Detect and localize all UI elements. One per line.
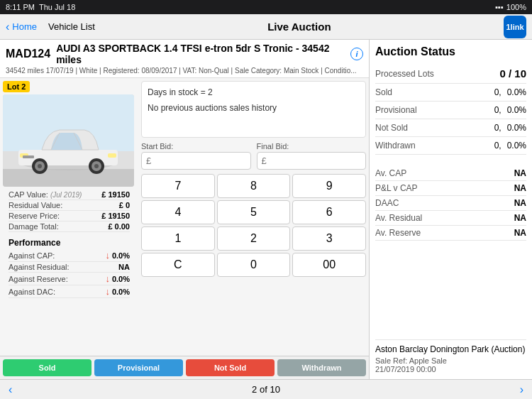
numpad-btn-C[interactable]: C [141, 253, 215, 277]
perf-cap-label: Against CAP: [9, 251, 55, 260]
status-values: 0, 0.0% [494, 123, 526, 133]
numpad-btn-1[interactable]: 1 [141, 226, 215, 251]
processed-value: 0 / 10 [499, 67, 526, 80]
numpad-btn-3[interactable]: 3 [292, 226, 366, 251]
residual-label: Residual Value: [9, 201, 62, 209]
metrics-section: Av. CAP NA P&L v CAP NA DAAC NA Av. Resi… [375, 166, 526, 241]
status-bar-right: ▪︎▪︎▪︎ 100% [495, 3, 526, 11]
reserve-value-row: Reserve Price: £ 19150 [9, 211, 130, 222]
footer-venue: Aston Barclay Donington Park (Auction) [375, 344, 526, 354]
footer-sale-ref: Sale Ref: Apple Sale [375, 356, 526, 365]
status-row-not-sold: Not Sold 0, 0.0% [375, 119, 526, 137]
reserve-label: Reserve Price: [9, 212, 60, 220]
withdrawn-button[interactable]: Withdrawn [277, 359, 366, 376]
svg-point-14 [94, 164, 99, 168]
auction-footer: Aston Barclay Donington Park (Auction) S… [375, 339, 526, 373]
metric-row-p&l-v-cap: P&L v CAP NA [375, 181, 526, 196]
status-values: 0, 0.0% [494, 87, 526, 97]
status-time: 8:11 PM [6, 3, 35, 11]
residual-value: £ 0 [119, 201, 130, 209]
info-icon[interactable]: i [350, 48, 363, 60]
middle-section: Days in stock = 2 No previous auctions s… [138, 78, 369, 356]
app-logo: 1link [504, 16, 526, 38]
svg-rect-8 [108, 153, 116, 158]
performance-title: Performance [9, 238, 130, 248]
metric-value: NA [514, 228, 526, 238]
next-button[interactable]: › [520, 383, 523, 396]
status-row-sold: Sold 0, 0.0% [375, 84, 526, 102]
prev-button[interactable]: ‹ [9, 383, 12, 396]
reserve-value: £ 19150 [101, 212, 130, 220]
cap-date: (Jul 2019) [50, 191, 82, 199]
start-bid-input[interactable] [141, 152, 251, 170]
perf-residual-label: Against Residual: [9, 263, 70, 271]
vehicle-details: 34542 miles 17/07/19 | White | Registere… [6, 67, 363, 75]
vehicle-image [3, 94, 134, 187]
numpad-btn-0[interactable]: 0 [217, 253, 291, 277]
status-count: 0, [494, 105, 501, 115]
wifi-icon: ▪︎▪︎▪︎ [495, 3, 504, 11]
bid-row: Start Bid: Final Bid: [141, 142, 366, 170]
numpad-btn-6[interactable]: 6 [292, 200, 366, 224]
home-label: Home [12, 21, 37, 32]
final-bid-field: Final Bid: [257, 142, 367, 170]
metric-row-av.-residual: Av. Residual NA [375, 211, 526, 226]
vehicle-id: MAD124 [6, 48, 50, 60]
processed-label: Processed Lots [375, 69, 434, 79]
numpad-btn-8[interactable]: 8 [217, 174, 291, 198]
numpad-btn-00[interactable]: 00 [292, 253, 366, 277]
perf-cap-value: ↓ 0.0% [105, 250, 130, 261]
status-day: Thu Jul 18 [39, 3, 75, 11]
numpad-btn-5[interactable]: 5 [217, 200, 291, 224]
numpad-btn-7[interactable]: 7 [141, 174, 215, 198]
perf-dac-label: Against DAC: [9, 288, 55, 296]
status-rows: Sold 0, 0.0% Provisional 0, 0.0% Not Sol… [375, 84, 526, 155]
status-label: Not Sold [375, 123, 408, 133]
numpad: 789456123C000 [141, 174, 366, 277]
final-bid-input[interactable] [257, 152, 367, 170]
cap-value-row: CAP Value: (Jul 2019) £ 19150 [9, 190, 130, 200]
metric-value: NA [514, 213, 526, 223]
main-content: MAD124 AUDI A3 SPORTBACK 1.4 TFSI e-tron… [0, 40, 532, 379]
damage-label: Damage Total: [9, 222, 59, 231]
start-bid-field: Start Bid: [141, 142, 251, 170]
status-pct: 0.0% [507, 123, 526, 133]
residual-value-row: Residual Value: £ 0 [9, 200, 130, 211]
metric-value: NA [514, 168, 526, 178]
metric-row-daac: DAAC NA [375, 196, 526, 211]
vehicle-name: AUDI A3 SPORTBACK 1.4 TFSI e-tron 5dr S … [56, 43, 345, 65]
back-chevron-icon: ‹ [6, 21, 9, 33]
provisional-button[interactable]: Provisional [94, 359, 183, 376]
home-button[interactable]: ‹ Home [6, 21, 37, 33]
numpad-btn-9[interactable]: 9 [292, 174, 366, 198]
status-pct: 0.0% [507, 105, 526, 115]
damage-value-row: Damage Total: £ 0.00 [9, 222, 130, 232]
damage-value: £ 0.00 [108, 222, 130, 231]
status-bar: 8:11 PM Thu Jul 18 ▪︎▪︎▪︎ 100% [0, 0, 532, 14]
numpad-btn-4[interactable]: 4 [141, 200, 215, 224]
battery-indicator: 100% [506, 3, 526, 11]
metric-value: NA [514, 183, 526, 193]
values-section: CAP Value: (Jul 2019) £ 19150 Residual V… [3, 187, 135, 235]
perf-reserve-label: Against Reserve: [9, 275, 68, 283]
not-sold-button[interactable]: Not Sold [186, 359, 275, 376]
metric-label: Av. CAP [375, 168, 406, 178]
vehicle-title-row: MAD124 AUDI A3 SPORTBACK 1.4 TFSI e-tron… [6, 43, 363, 65]
status-pct: 0.0% [507, 87, 526, 97]
perf-dac-value: ↓ 0.0% [105, 286, 130, 297]
numpad-btn-2[interactable]: 2 [217, 226, 291, 251]
metric-label: Av. Reserve [375, 228, 421, 238]
auction-status-title: Auction Status [375, 45, 526, 58]
status-table: Processed Lots 0 / 10 Sold 0, 0.0% Provi… [375, 64, 526, 155]
status-pct: 0.0% [507, 141, 526, 151]
right-panel: Auction Status Processed Lots 0 / 10 Sol… [369, 40, 532, 379]
info-box: Days in stock = 2 No previous auctions s… [141, 81, 366, 138]
sold-button[interactable]: Sold [3, 359, 92, 376]
metric-row-av.-reserve: Av. Reserve NA [375, 226, 526, 241]
start-bid-label: Start Bid: [141, 142, 251, 151]
status-row-provisional: Provisional 0, 0.0% [375, 102, 526, 119]
lot-badge: Lot 2 [3, 81, 30, 92]
perf-reserve-value: ↓ 0.0% [105, 273, 130, 284]
action-buttons: Sold Provisional Not Sold Withdrawn [0, 356, 369, 379]
page-indicator: 2 of 10 [252, 384, 280, 395]
